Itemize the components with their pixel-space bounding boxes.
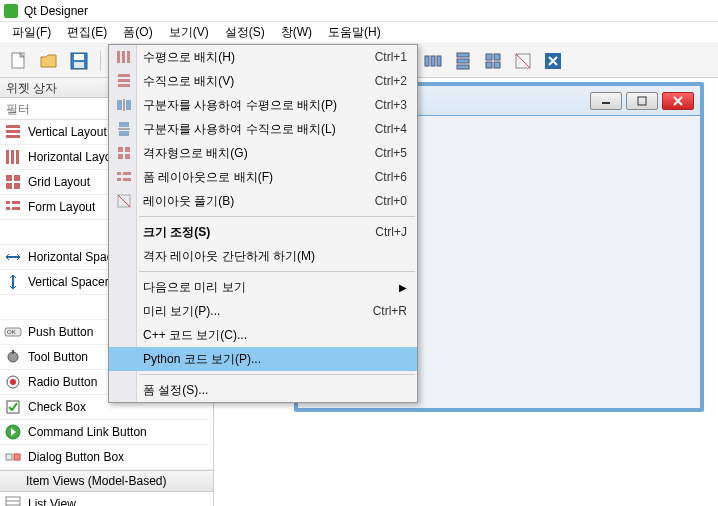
toolbar-open-button[interactable]	[36, 48, 62, 74]
svg-rect-3	[74, 62, 84, 68]
svg-rect-62	[125, 154, 130, 159]
menu-preview[interactable]: 미리 보기(P)...Ctrl+R	[109, 299, 417, 323]
toolbtn-icon	[4, 348, 22, 366]
svg-rect-61	[118, 154, 123, 159]
svg-rect-57	[119, 131, 129, 136]
widget-label: Tool Button	[28, 350, 88, 364]
widget-label: Command Link Button	[28, 425, 147, 439]
widget-label: Form Layout	[28, 200, 95, 214]
svg-rect-29	[6, 207, 10, 210]
dialogbox-icon	[4, 448, 22, 466]
form-menu-dropdown: 수평으로 배치(H)Ctrl+1 수직으로 배치(V)Ctrl+2 구분자를 사…	[108, 44, 418, 403]
toolbar-layout-h-button[interactable]	[420, 48, 446, 74]
svg-rect-10	[486, 54, 492, 60]
menu-view-python-code[interactable]: Python 코드 보기(P)...	[109, 347, 417, 371]
listview-icon	[4, 495, 22, 506]
menu-edit[interactable]: 편집(E)	[59, 22, 115, 43]
svg-rect-21	[11, 150, 14, 164]
widget-label: Check Box	[28, 400, 86, 414]
svg-rect-24	[14, 175, 20, 181]
menu-view[interactable]: 보기(V)	[161, 22, 217, 43]
menu-help[interactable]: 도움말(H)	[320, 22, 389, 43]
menu-layout-form[interactable]: 폼 레이아웃으로 배치(F)Ctrl+6	[109, 165, 417, 189]
menu-layout-break[interactable]: 레이아웃 풀기(B)Ctrl+0	[109, 189, 417, 213]
menu-preview-in[interactable]: 다음으로 미리 보기▶	[109, 275, 417, 299]
svg-rect-25	[6, 183, 12, 189]
svg-rect-13	[494, 62, 500, 68]
widget-category-item-views[interactable]: Item Views (Model-Based)	[0, 470, 213, 492]
menu-layout-horizontal[interactable]: 수평으로 배치(H)Ctrl+1	[109, 45, 417, 69]
toolbar-layout-grid-button[interactable]	[480, 48, 506, 74]
svg-rect-8	[457, 59, 469, 63]
svg-rect-5	[431, 56, 435, 66]
close-button[interactable]	[662, 92, 694, 110]
svg-rect-59	[118, 147, 123, 152]
svg-rect-34	[12, 350, 14, 354]
svg-rect-47	[117, 51, 120, 63]
svg-rect-65	[117, 178, 121, 181]
widget-list-view[interactable]: List View	[0, 492, 213, 506]
widget-label: Dialog Button Box	[28, 450, 124, 464]
menu-adjust-size[interactable]: 크기 조정(S)Ctrl+J	[109, 220, 417, 244]
svg-rect-66	[123, 178, 131, 181]
widget-command-link-button[interactable]: Command Link Button	[0, 420, 213, 445]
menu-settings[interactable]: 설정(S)	[217, 22, 273, 43]
vspacer-icon	[4, 273, 22, 291]
form-icon	[4, 198, 22, 216]
menu-simplify-grid[interactable]: 격자 레이아웃 간단하게 하기(M)	[109, 244, 417, 268]
menu-file[interactable]: 파일(F)	[4, 22, 59, 43]
svg-rect-19	[6, 135, 20, 138]
toolbar-adjust-size-button[interactable]	[540, 48, 566, 74]
svg-rect-53	[117, 100, 122, 110]
svg-rect-30	[12, 207, 20, 210]
toolbar-new-button[interactable]	[6, 48, 32, 74]
check-icon	[4, 398, 22, 416]
toolbar-layout-break-button[interactable]	[510, 48, 536, 74]
svg-rect-6	[437, 56, 441, 66]
menu-layout-hsplit[interactable]: 구분자를 사용하여 수평으로 배치(P)Ctrl+3	[109, 93, 417, 117]
maximize-button[interactable]	[626, 92, 658, 110]
svg-rect-12	[486, 62, 492, 68]
svg-point-36	[10, 379, 16, 385]
widget-label: List View	[28, 497, 76, 506]
menu-layout-grid[interactable]: 격자형으로 배치(G)Ctrl+5	[109, 141, 417, 165]
cmdlink-icon	[4, 423, 22, 441]
titlebar: Qt Designer	[0, 0, 718, 22]
hlayout-icon	[4, 148, 22, 166]
menu-form[interactable]: 폼(O)	[115, 22, 160, 43]
svg-rect-40	[14, 454, 20, 460]
svg-rect-23	[6, 175, 12, 181]
svg-rect-52	[118, 84, 130, 87]
minimize-button[interactable]	[590, 92, 622, 110]
menu-form-settings[interactable]: 폼 설정(S)...	[109, 378, 417, 402]
app-icon	[4, 4, 18, 18]
svg-rect-2	[74, 54, 84, 60]
svg-line-15	[516, 54, 530, 68]
pushbtn-icon: OK	[4, 323, 22, 341]
svg-rect-26	[14, 183, 20, 189]
radio-icon	[4, 373, 22, 391]
widget-label: Vertical Layout	[28, 125, 107, 139]
svg-rect-64	[123, 172, 131, 175]
menu-layout-vsplit[interactable]: 구분자를 사용하여 수직으로 배치(L)Ctrl+4	[109, 117, 417, 141]
menu-window[interactable]: 창(W)	[273, 22, 320, 43]
widget-dialog-button-box[interactable]: Dialog Button Box	[0, 445, 213, 470]
vlayout-icon	[4, 123, 22, 141]
svg-rect-17	[6, 125, 20, 128]
svg-rect-4	[425, 56, 429, 66]
toolbar-save-button[interactable]	[66, 48, 92, 74]
menu-view-cpp-code[interactable]: C++ 코드 보기(C)...	[109, 323, 417, 347]
widget-label: Grid Layout	[28, 175, 90, 189]
grid-icon	[4, 173, 22, 191]
menu-layout-vertical[interactable]: 수직으로 배치(V)Ctrl+2	[109, 69, 417, 93]
svg-rect-27	[6, 201, 10, 204]
widget-label: Vertical Spacer	[28, 275, 109, 289]
svg-rect-39	[6, 454, 12, 460]
svg-rect-60	[125, 147, 130, 152]
svg-line-68	[118, 195, 130, 207]
svg-rect-7	[457, 53, 469, 57]
svg-rect-50	[118, 74, 130, 77]
toolbar-layout-v-button[interactable]	[450, 48, 476, 74]
svg-rect-9	[457, 65, 469, 69]
svg-rect-18	[6, 130, 20, 133]
